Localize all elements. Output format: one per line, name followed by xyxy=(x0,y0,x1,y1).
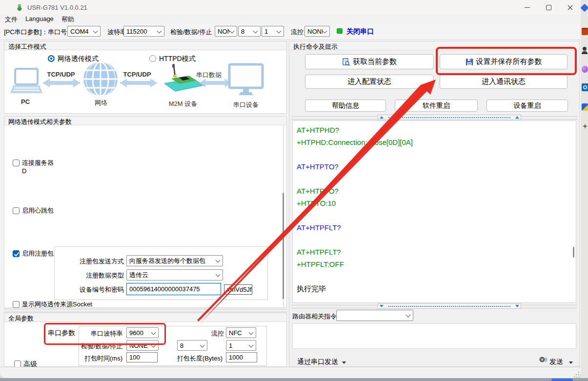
log-line: AT+HTPFLT? xyxy=(293,246,576,258)
send-via-serial-dropdown[interactable]: 通过串口发送 xyxy=(297,358,346,366)
reg-send-select[interactable]: 向服务器发送的每个数据包 xyxy=(126,255,223,266)
log-line: AT+HTPFLT? xyxy=(293,221,576,234)
packlen-input[interactable]: 1000 xyxy=(226,352,257,362)
radio-httpd-mode[interactable] xyxy=(149,55,156,62)
at-command-log[interactable]: AT+HTPHD? +HTPHD:Connection: close[0D][0… xyxy=(292,120,576,303)
commands-group: 执行命令及提示 获取当前参数 设置并保存所有参数 进入配置状态 xyxy=(289,41,580,367)
log-scrollbar-thumb[interactable] xyxy=(573,247,574,258)
close-button[interactable] xyxy=(559,0,581,15)
device-id-label: 设备编号和密码 xyxy=(63,285,124,294)
menu-language[interactable]: Language xyxy=(25,15,54,22)
device-password-input[interactable]: xmVd5Jf( xyxy=(224,284,252,295)
double-arrow-icon xyxy=(42,78,81,88)
maximize-button[interactable] xyxy=(538,0,559,15)
menu-help[interactable]: 帮助 xyxy=(61,15,74,24)
reg-send-label: 注册包发送方式 xyxy=(63,257,124,266)
serial-device-label: 串口设备 xyxy=(229,100,263,109)
heartbeat-checkbox[interactable] xyxy=(13,207,20,214)
radio-transparent-mode[interactable] xyxy=(48,55,55,62)
desktop-icon-contact[interactable] xyxy=(582,47,588,55)
desktop-icon-outlook[interactable]: O xyxy=(582,83,588,91)
baud-select[interactable]: 115200 xyxy=(123,26,164,37)
enter-comm-button[interactable]: 进入通讯状态 xyxy=(440,75,568,89)
advanced-checkbox[interactable] xyxy=(14,361,21,367)
com-port-select[interactable]: COM4 xyxy=(67,26,101,37)
device-restart-button[interactable]: 设备重启 xyxy=(487,100,568,112)
desktop-icon-blue-diamond[interactable] xyxy=(581,4,588,12)
network-globe-icon xyxy=(82,61,119,97)
connect-server-label-wrap: D xyxy=(22,167,26,175)
net-params-group: 网络透传模式相关参数 连接服务器 D 启用心跳包 启用注册包 注册包发送方式 向… xyxy=(4,116,287,308)
chevron-down-icon xyxy=(249,330,254,335)
show-socket-checkbox[interactable] xyxy=(13,301,20,308)
desktop-icon-plus[interactable]: + xyxy=(582,122,588,131)
chevron-down-icon xyxy=(230,29,235,34)
triangle-up-icon xyxy=(515,116,519,119)
regpack-checkbox[interactable] xyxy=(13,250,20,257)
help-info-button[interactable]: 帮助信息 xyxy=(305,100,386,112)
set-save-params-button[interactable]: 设置并保存所有参数 xyxy=(440,54,568,69)
global-params-group-header: 全局参数 xyxy=(4,313,286,322)
log-line: AT+HTPHD? xyxy=(293,124,576,136)
minimize-button[interactable] xyxy=(516,0,538,15)
taskbar-edge xyxy=(0,378,588,381)
desktop-icon-copilot[interactable] xyxy=(582,66,588,73)
log-line xyxy=(293,173,576,185)
log-line: +HTPFLT:OFF xyxy=(293,258,576,270)
parity-select[interactable]: NONI xyxy=(215,26,237,37)
net-params-title: 网络透传模式相关参数 xyxy=(8,118,72,126)
gp-flow-select[interactable]: NFC xyxy=(226,327,256,338)
soft-restart-button[interactable]: 软件重启 xyxy=(395,100,478,112)
chevron-down-icon xyxy=(216,272,221,277)
splitter-dots xyxy=(388,117,510,118)
enter-config-button[interactable]: 进入配置状态 xyxy=(305,75,434,89)
left-splitter[interactable] xyxy=(4,309,287,312)
pc-serial-label: [PC串口参数]：串口号 xyxy=(4,28,67,37)
databits-select[interactable]: 8 xyxy=(238,26,261,37)
close-icon xyxy=(568,5,573,10)
log-line xyxy=(293,209,576,221)
stopbits-select[interactable]: 1 xyxy=(262,26,284,37)
status-bar xyxy=(0,367,581,378)
m2m-label: M2M 设备 xyxy=(161,100,205,108)
regpack-label: 启用注册包 xyxy=(22,249,54,258)
net-params-scrollbar-thumb[interactable] xyxy=(283,193,284,299)
connect-server-checkbox[interactable] xyxy=(13,160,20,166)
heartbeat-label: 启用心跳包 xyxy=(22,206,54,215)
log-line: +HTPHD:Connection: close[0D][0A] xyxy=(293,136,576,148)
send-text-input[interactable] xyxy=(292,323,576,349)
search-doc-icon xyxy=(342,58,350,66)
log-splitter-bottom-handle[interactable] xyxy=(378,303,521,309)
gp-databits-select[interactable]: 8 xyxy=(177,340,207,351)
close-port-link[interactable]: 关闭串口 xyxy=(346,27,374,36)
save-floppy-icon xyxy=(466,58,473,66)
packtime-input[interactable]: 100 xyxy=(126,352,158,362)
gp-baud-label: 串口波特率 xyxy=(83,329,122,338)
commands-group-header: 执行命令及提示 xyxy=(289,41,579,50)
reg-type-select[interactable]: 透传云 xyxy=(126,269,223,281)
flow-select[interactable]: NONE xyxy=(304,26,330,37)
gp-stopbits-select[interactable]: 1 xyxy=(226,340,256,351)
gp-baud-select[interactable]: 9600 xyxy=(126,327,159,338)
work-mode-group: 选择工作模式 网络透传模式 HTTPD模式 PC TCP/UDP 网络 TCP/… xyxy=(4,41,287,114)
get-params-button[interactable]: 获取当前参数 xyxy=(305,54,434,69)
menu-file[interactable]: 文件 xyxy=(5,15,18,24)
gp-flow-label: 流控 xyxy=(211,329,224,338)
router-cmd-select[interactable] xyxy=(336,310,413,321)
connect-server-label: 连接服务器 xyxy=(22,159,54,167)
gp-parity-select[interactable]: NONE xyxy=(126,340,159,351)
taskbar-active-app[interactable] xyxy=(551,379,573,381)
work-mode-group-header: 选择工作模式 xyxy=(4,41,286,50)
chevron-down-icon xyxy=(277,29,282,34)
window-title: USR-G781 V1.0.0.21 xyxy=(27,4,87,11)
chevron-down-icon xyxy=(406,313,411,318)
device-id-input[interactable]: 00059614000000037475 xyxy=(126,283,221,295)
desktop-icon-toolbox[interactable] xyxy=(582,28,588,35)
link-pc-net-label: TCP/UDP xyxy=(45,71,77,78)
resize-grip[interactable] xyxy=(574,372,580,378)
log-splitter-top-handle[interactable] xyxy=(378,115,521,120)
send-button[interactable]: 发送 xyxy=(549,358,573,366)
serial-params-label: 串口参数 xyxy=(48,329,75,338)
serial-toolbar: [PC串口参数]：串口号 COM4 波特率 115200 检验/数据/停止 NO… xyxy=(0,23,581,40)
desktop-icon-flag[interactable] xyxy=(582,103,588,111)
